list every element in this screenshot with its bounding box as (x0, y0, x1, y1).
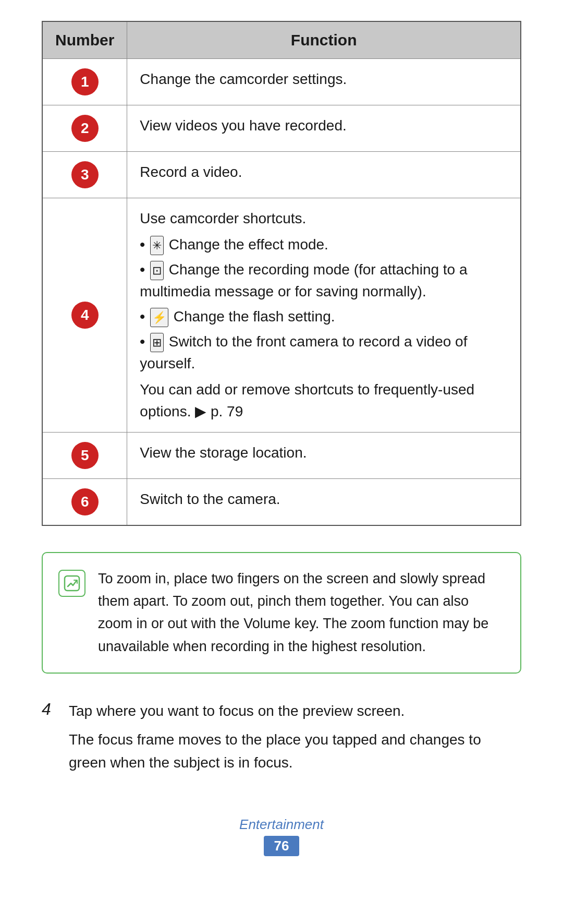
page-content: Number Function 1 Change the camcorder s… (42, 21, 521, 856)
function-cell-3: Record a video. (127, 152, 521, 198)
list-item: ✳ Change the effect mode. (140, 234, 508, 256)
col-number-header: Number (42, 21, 127, 59)
page-footer: Entertainment 76 (42, 806, 521, 856)
note-text: To zoom in, place two fingers on the scr… (98, 568, 505, 658)
bullet-text-4: Switch to the front camera to record a v… (140, 333, 467, 371)
number-cell-1: 1 (42, 59, 127, 105)
step-number: 4 (42, 700, 60, 719)
footer-label: Entertainment (42, 817, 521, 833)
step-continuation: The focus frame moves to the place you t… (69, 728, 521, 775)
col-function-header: Function (127, 21, 521, 59)
function-cell-2: View videos you have recorded. (127, 105, 521, 152)
table-row: 5 View the storage location. (42, 433, 521, 479)
bullet-text-1: Change the effect mode. (169, 236, 328, 253)
shortcut-list: ✳ Change the effect mode. ⊡ Change the r… (140, 234, 508, 375)
number-cell-4: 4 (42, 198, 127, 433)
function-table: Number Function 1 Change the camcorder s… (42, 21, 521, 526)
function-cell-6: Switch to the camera. (127, 479, 521, 526)
table-row: 6 Switch to the camera. (42, 479, 521, 526)
function-cell-4: Use camcorder shortcuts. ✳ Change the ef… (127, 198, 521, 433)
list-item: ⚡ Change the flash setting. (140, 306, 508, 328)
function-main-4: Use camcorder shortcuts. (140, 210, 306, 226)
bullet-text-3: Change the flash setting. (174, 308, 335, 325)
list-item: ⊡ Change the recording mode (for attachi… (140, 259, 508, 303)
number-cell-5: 5 (42, 433, 127, 479)
step-4-section: 4 Tap where you want to focus on the pre… (42, 700, 521, 775)
table-row: 3 Record a video. (42, 152, 521, 198)
table-header-row: Number Function (42, 21, 521, 59)
circle-3: 3 (71, 161, 99, 188)
function-cell-5: View the storage location. (127, 433, 521, 479)
function-text-6: Switch to the camera. (140, 491, 280, 507)
number-cell-6: 6 (42, 479, 127, 526)
list-item: ⊞ Switch to the front camera to record a… (140, 331, 508, 375)
flash-icon: ⚡ (150, 308, 168, 327)
number-cell-3: 3 (42, 152, 127, 198)
footer-page-number: 76 (264, 836, 300, 856)
circle-6: 6 (71, 488, 99, 515)
note-box: To zoom in, place two fingers on the scr… (42, 552, 521, 674)
note-icon (58, 570, 85, 597)
function-text-3: Record a video. (140, 164, 242, 180)
circle-5: 5 (71, 442, 99, 469)
table-row: 1 Change the camcorder settings. (42, 59, 521, 105)
step-line: 4 Tap where you want to focus on the pre… (42, 700, 521, 723)
table-row: 2 View videos you have recorded. (42, 105, 521, 152)
circle-1: 1 (71, 68, 99, 95)
function-text-5: View the storage location. (140, 445, 307, 461)
function-text-2: View videos you have recorded. (140, 117, 346, 134)
effect-icon: ✳ (150, 236, 164, 255)
bullet-text-2: Change the recording mode (for attaching… (140, 261, 467, 299)
recording-mode-icon: ⊡ (150, 261, 164, 280)
front-camera-icon: ⊞ (150, 333, 164, 352)
table-row: 4 Use camcorder shortcuts. ✳ Change the … (42, 198, 521, 433)
number-cell-2: 2 (42, 105, 127, 152)
function-tail-4: You can add or remove shortcuts to frequ… (140, 381, 474, 419)
circle-4: 4 (71, 302, 99, 329)
circle-2: 2 (71, 115, 99, 142)
step-line1: Tap where you want to focus on the previ… (69, 700, 405, 723)
function-text-1: Change the camcorder settings. (140, 71, 347, 87)
function-cell-1: Change the camcorder settings. (127, 59, 521, 105)
